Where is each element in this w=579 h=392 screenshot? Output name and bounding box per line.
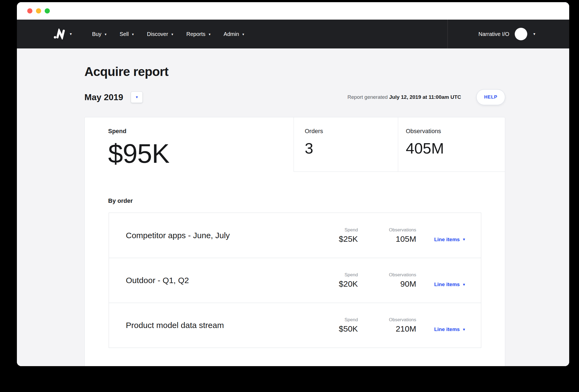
nav-item-label: Sell: [120, 31, 129, 37]
order-observations-column: Observations 210M: [364, 317, 416, 333]
order-observations-column: Observations 105M: [364, 227, 416, 244]
order-observations-label: Observations: [364, 227, 416, 233]
summary-stats: Spend $95K Orders 3 Observations 405M: [85, 117, 505, 172]
order-name: Competitor apps - June, July: [126, 231, 312, 240]
chevron-down-icon: ▼: [208, 33, 211, 36]
logo-menu[interactable]: ▼: [53, 29, 72, 39]
stat-observations-value: 405M: [406, 141, 505, 156]
page-title: Acquire report: [84, 64, 505, 79]
chevron-down-icon: ▼: [242, 33, 245, 36]
line-items-toggle[interactable]: Line items ▼: [434, 281, 466, 287]
main-menu: Buy ▼ Sell ▼ Discover ▼ Reports ▼ Admin …: [92, 31, 245, 37]
close-window-button[interactable]: [27, 8, 32, 14]
line-items-label: Line items: [434, 237, 460, 243]
order-spend-label: Spend: [312, 272, 358, 278]
order-observations-label: Observations: [364, 272, 416, 278]
by-order-heading: By order: [108, 197, 505, 204]
order-spend-column: Spend $20K: [312, 272, 358, 289]
report-card: Spend $95K Orders 3 Observations 405M By…: [84, 117, 505, 366]
order-spend-label: Spend: [312, 317, 358, 323]
order-name: Outdoor - Q1, Q2: [126, 276, 312, 285]
account-menu[interactable]: Narrative I/O ▼: [447, 20, 569, 48]
window-titlebar: [17, 2, 569, 20]
stat-observations: Observations 405M: [398, 117, 505, 172]
nav-item-label: Discover: [147, 31, 168, 37]
chevron-down-icon: ▼: [132, 33, 135, 36]
nav-item-reports[interactable]: Reports ▼: [186, 31, 211, 37]
stat-orders-label: Orders: [305, 128, 398, 135]
account-caret-down-icon: ▼: [533, 32, 536, 36]
line-items-caret-down-icon: ▼: [462, 328, 466, 331]
stat-observations-label: Observations: [406, 128, 505, 135]
chevron-down-icon: ▼: [171, 33, 174, 36]
stat-orders-value: 3: [305, 141, 398, 156]
by-order-section: By order Competitor apps - June, July Sp…: [85, 197, 505, 348]
order-observations-value: 210M: [364, 324, 416, 333]
order-row: Outdoor - Q1, Q2 Spend $20K Observations…: [109, 258, 481, 303]
nav-item-discover[interactable]: Discover ▼: [147, 31, 174, 37]
stat-orders: Orders 3: [294, 117, 398, 172]
nav-item-sell[interactable]: Sell ▼: [120, 31, 134, 37]
report-generated-prefix: Report generated: [348, 94, 388, 100]
order-list: Competitor apps - June, July Spend $25K …: [109, 213, 481, 348]
line-items-label: Line items: [434, 326, 460, 332]
nav-item-label: Admin: [224, 31, 239, 37]
line-items-toggle[interactable]: Line items ▼: [434, 237, 466, 243]
line-items-caret-down-icon: ▼: [462, 238, 466, 241]
line-items-toggle[interactable]: Line items ▼: [434, 326, 466, 332]
period-dropdown-button[interactable]: ▼: [131, 91, 143, 103]
order-observations-value: 105M: [364, 234, 416, 244]
period-caret-down-icon: ▼: [135, 96, 138, 99]
order-name: Product model data stream: [126, 321, 312, 330]
chevron-down-icon: ▼: [104, 33, 107, 36]
account-name: Narrative I/O: [479, 31, 509, 37]
page-content: Acquire report May 2019 ▼ Report generat…: [17, 48, 569, 366]
line-items-label: Line items: [434, 281, 460, 287]
order-spend-value: $20K: [312, 279, 358, 289]
nav-item-buy[interactable]: Buy ▼: [92, 31, 107, 37]
report-controls: May 2019 ▼ Report generated July 12, 201…: [84, 89, 505, 105]
nav-item-label: Reports: [186, 31, 205, 37]
order-spend-value: $25K: [312, 234, 358, 244]
order-observations-value: 90M: [364, 279, 416, 289]
order-spend-column: Spend $50K: [312, 317, 358, 333]
report-generated-text: Report generated July 12, 2019 at 11:00a…: [348, 94, 461, 100]
traffic-lights: [27, 8, 50, 14]
order-spend-column: Spend $25K: [312, 227, 358, 244]
app-window: ▼ Buy ▼ Sell ▼ Discover ▼ Reports ▼ Admi…: [17, 2, 569, 366]
stat-spend-value: $95K: [108, 140, 294, 167]
stat-spend: Spend $95K: [85, 117, 294, 172]
narrative-logo: [53, 29, 66, 39]
zoom-window-button[interactable]: [45, 8, 50, 14]
avatar[interactable]: [515, 28, 527, 40]
order-row: Product model data stream Spend $50K Obs…: [109, 303, 481, 348]
order-observations-label: Observations: [364, 317, 416, 323]
nav-item-label: Buy: [92, 31, 101, 37]
period-label: May 2019: [84, 92, 123, 102]
order-spend-value: $50K: [312, 324, 358, 333]
minimize-window-button[interactable]: [36, 8, 41, 14]
top-nav: ▼ Buy ▼ Sell ▼ Discover ▼ Reports ▼ Admi…: [17, 20, 569, 48]
nav-item-admin[interactable]: Admin ▼: [224, 31, 245, 37]
help-button[interactable]: HELP: [476, 89, 505, 105]
order-observations-column: Observations 90M: [364, 272, 416, 289]
line-items-caret-down-icon: ▼: [462, 283, 466, 286]
report-generated-timestamp: July 12, 2019 at 11:00am UTC: [389, 94, 461, 100]
order-row: Competitor apps - June, July Spend $25K …: [109, 213, 481, 258]
order-spend-label: Spend: [312, 227, 358, 233]
logo-caret-down-icon: ▼: [69, 32, 72, 36]
stat-spend-label: Spend: [108, 128, 294, 135]
